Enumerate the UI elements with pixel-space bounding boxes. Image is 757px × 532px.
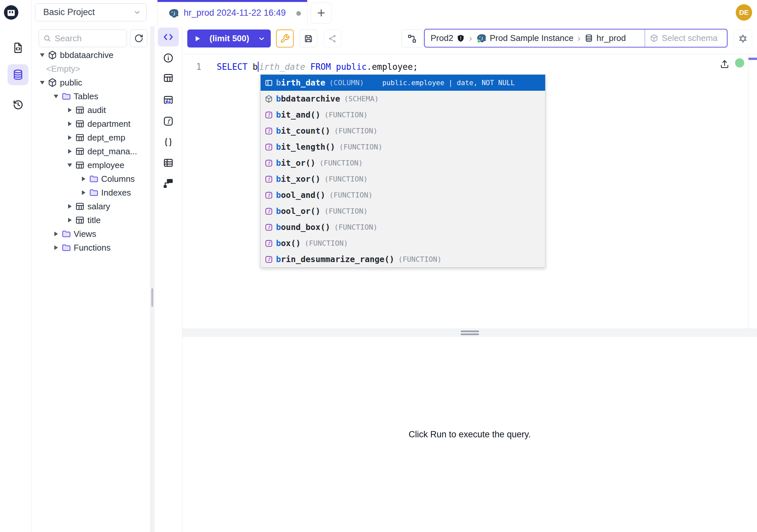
- tree-item[interactable]: Tables: [32, 89, 150, 103]
- chevron-down-icon: [133, 9, 141, 16]
- connection-breadcrumb: Prod2 › Prod Sample Instance › hr_prod S…: [424, 29, 728, 47]
- worksheets-icon[interactable]: [12, 42, 24, 54]
- suggest-item[interactable]: f bit_and() (FUNCTION): [260, 107, 545, 123]
- schema-select[interactable]: Select schema: [645, 33, 727, 43]
- tab-hr-prod[interactable]: hr_prod 2024-11-22 16:49: [157, 0, 308, 26]
- refresh-tree-button[interactable]: [130, 29, 147, 47]
- suggest-label: bit_and(): [276, 110, 320, 120]
- tree-caret[interactable]: [66, 216, 74, 224]
- tree-item-label: audit: [87, 105, 106, 115]
- folder-icon: [61, 229, 71, 239]
- suggest-item[interactable]: f bool_or() (FUNCTION): [260, 203, 545, 219]
- tree-item-label: Tables: [74, 91, 98, 102]
- function-icon: f: [264, 223, 273, 232]
- function-icon: f: [264, 207, 273, 216]
- history-icon[interactable]: [12, 99, 24, 111]
- suggest-item[interactable]: f bit_length() (FUNCTION): [260, 139, 545, 155]
- function-icon: f: [264, 239, 273, 248]
- tree-item[interactable]: Indexes: [32, 186, 150, 200]
- suggest-item[interactable]: f brin_desummarize_range() (FUNCTION): [260, 251, 545, 267]
- save-button[interactable]: [300, 29, 317, 47]
- tree-item-label: Views: [74, 229, 96, 239]
- suggest-label: bit_length(): [276, 142, 335, 152]
- suggest-kind: (FUNCTION): [334, 127, 378, 135]
- tree-item-label: Columns: [101, 174, 135, 184]
- svg-text:f: f: [268, 257, 271, 262]
- search-input[interactable]: [55, 33, 117, 44]
- suggest-item[interactable]: birth_date (COLUMN) public.employee | da…: [260, 75, 545, 91]
- tree-caret[interactable]: [66, 134, 74, 141]
- suggest-kind: (FUNCTION): [398, 255, 441, 264]
- run-button[interactable]: (limit 500): [187, 29, 271, 47]
- change-connection-button[interactable]: [402, 29, 423, 47]
- tree-caret[interactable]: [38, 51, 46, 59]
- tree-item[interactable]: audit: [32, 103, 150, 117]
- tree-item[interactable]: employee: [32, 158, 150, 172]
- code-icon: [163, 31, 174, 43]
- splitter-grip: [461, 333, 479, 335]
- suggest-item[interactable]: f bound_box() (FUNCTION): [260, 219, 545, 235]
- avatar[interactable]: DE: [736, 4, 752, 21]
- suggest-kind: (FUNCTION): [334, 223, 378, 231]
- tree-caret[interactable]: [79, 189, 87, 197]
- folder-icon: [89, 174, 99, 184]
- tree-caret[interactable]: [66, 120, 74, 128]
- table-keys-icon[interactable]: [163, 94, 174, 106]
- tree-caret[interactable]: [66, 203, 74, 210]
- format-sql-button[interactable]: [276, 29, 294, 47]
- database-icon: [12, 69, 24, 80]
- suggest-item[interactable]: f bit_xor() (FUNCTION): [260, 171, 545, 187]
- svg-text:f: f: [268, 160, 271, 166]
- procedures-panel-icon[interactable]: [163, 137, 174, 148]
- project-select[interactable]: Basic Project: [35, 3, 147, 21]
- tree-caret[interactable]: [79, 175, 87, 183]
- tree-item[interactable]: Views: [32, 227, 150, 241]
- overview-ruler[interactable]: [748, 54, 757, 329]
- connection-target[interactable]: Prod2 › Prod Sample Instance › hr_prod: [425, 33, 645, 44]
- tree-caret[interactable]: [66, 147, 74, 155]
- code-panel-toggle[interactable]: [158, 27, 179, 47]
- table-icon: [75, 105, 85, 115]
- tree-item[interactable]: title: [32, 213, 150, 227]
- svg-text:f: f: [268, 208, 271, 214]
- table-panel-icon[interactable]: [163, 73, 174, 83]
- suggest-item[interactable]: bbdataarchive (SCHEMA): [260, 91, 545, 107]
- tree-caret[interactable]: [38, 65, 46, 73]
- suggest-item[interactable]: f box() (FUNCTION): [260, 235, 545, 251]
- panel-splitter[interactable]: [150, 26, 155, 532]
- tree-item[interactable]: bbdataarchive: [32, 48, 150, 62]
- table-rows-icon[interactable]: [163, 157, 174, 169]
- schema-diagram-icon[interactable]: [163, 178, 174, 189]
- ai-assistant-button[interactable]: [734, 29, 752, 47]
- tree-caret[interactable]: [52, 92, 60, 100]
- suggest-item[interactable]: f bool_and() (FUNCTION): [260, 187, 545, 203]
- tree-item[interactable]: public: [32, 76, 150, 89]
- new-tab-button[interactable]: +: [311, 3, 332, 24]
- suggest-label: box(): [276, 238, 301, 248]
- suggest-label: bit_or(): [276, 158, 315, 168]
- panel-splitter-grip[interactable]: [151, 288, 153, 307]
- tree-caret[interactable]: [66, 161, 74, 169]
- info-icon[interactable]: [163, 52, 174, 64]
- tree-caret[interactable]: [52, 244, 60, 252]
- suggest-kind: (FUNCTION): [324, 175, 367, 183]
- share-button[interactable]: [323, 29, 341, 47]
- tree-item[interactable]: Functions: [32, 241, 150, 255]
- tree-caret[interactable]: [52, 230, 60, 238]
- bytebase-logo[interactable]: [3, 5, 19, 20]
- tree-item[interactable]: Columns: [32, 172, 150, 186]
- upload-icon[interactable]: [720, 59, 730, 69]
- functions-panel-icon[interactable]: f: [163, 116, 174, 127]
- tree-caret[interactable]: [66, 106, 74, 114]
- tree-item-label: bbdataarchive: [60, 50, 113, 60]
- suggest-item[interactable]: f bit_or() (FUNCTION): [260, 155, 545, 171]
- tree-item[interactable]: salary: [32, 200, 150, 213]
- tree-caret[interactable]: [38, 78, 46, 86]
- tree-item[interactable]: department: [32, 117, 150, 131]
- tree-item[interactable]: dept_emp: [32, 131, 150, 144]
- tree-item[interactable]: dept_mana...: [32, 144, 150, 158]
- tree-item[interactable]: <Empty>: [32, 62, 150, 76]
- databases-nav-active[interactable]: [8, 64, 28, 85]
- suggest-item[interactable]: f bit_count() (FUNCTION): [260, 123, 545, 139]
- results-splitter[interactable]: [182, 329, 757, 337]
